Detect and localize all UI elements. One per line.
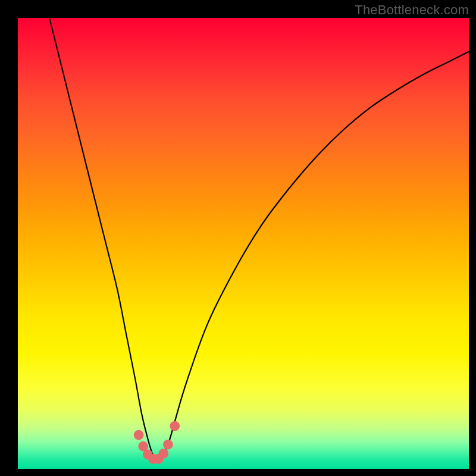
curve-svg	[18, 18, 469, 469]
curve-marker	[170, 421, 180, 431]
curve-markers	[134, 421, 180, 464]
curve-marker	[158, 449, 168, 459]
curve-marker	[134, 430, 144, 440]
bottleneck-curve	[49, 18, 469, 460]
watermark-text: TheBottleneck.com	[355, 2, 469, 18]
chart-frame: TheBottleneck.com	[0, 0, 476, 476]
curve-marker	[163, 440, 173, 450]
plot-area	[18, 18, 469, 469]
